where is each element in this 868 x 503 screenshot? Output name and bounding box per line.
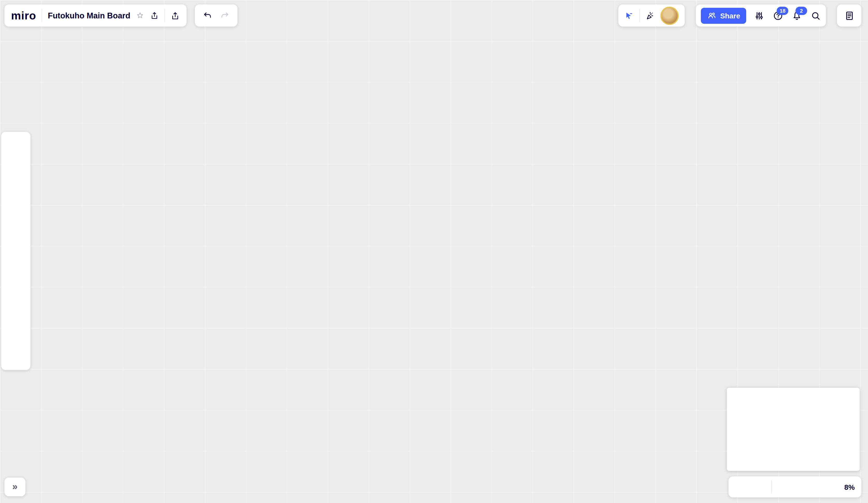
divider: [771, 480, 772, 493]
undo-icon[interactable]: [203, 11, 213, 20]
sliders-icon[interactable]: [754, 10, 765, 21]
history-card: [195, 4, 238, 27]
expand-panel-button[interactable]: »: [4, 477, 25, 496]
confetti-icon[interactable]: [645, 11, 655, 20]
zoom-controls: 8%: [728, 476, 861, 497]
minimap[interactable]: [727, 388, 860, 471]
notes-icon[interactable]: [844, 10, 855, 21]
chevron-right-icon: »: [12, 482, 18, 493]
actions-card: Share 182: [696, 4, 826, 27]
notes-card: [837, 4, 861, 27]
minimap-content: [727, 388, 860, 471]
bell-icon[interactable]: 2: [792, 10, 802, 21]
board-title[interactable]: Futokuho Main Board: [48, 11, 130, 20]
export-icon[interactable]: [150, 11, 159, 20]
avatar[interactable]: [660, 7, 679, 25]
share-people-icon: [707, 11, 717, 20]
search-icon[interactable]: [810, 10, 821, 21]
export-icon[interactable]: [171, 11, 180, 20]
miro-logo[interactable]: miro: [11, 9, 36, 22]
board-header-card: miro Futokuho Main Board: [4, 4, 187, 27]
miro-app-window: miro Futokuho Main Board Share 182 8%: [0, 0, 868, 503]
share-button[interactable]: Share: [701, 8, 746, 23]
help-icon[interactable]: 18: [773, 10, 784, 21]
cursor-follow-icon[interactable]: [624, 11, 634, 20]
divider: [42, 9, 42, 22]
redo-icon[interactable]: [220, 11, 229, 20]
notification-badge: 2: [795, 7, 807, 15]
divider: [640, 9, 640, 22]
notification-badge: 18: [777, 7, 788, 15]
tool-palette: [1, 132, 30, 370]
star-icon[interactable]: [136, 11, 145, 20]
divider: [165, 9, 165, 22]
share-button-label: Share: [720, 11, 740, 20]
presence-card: [618, 4, 684, 27]
zoom-level[interactable]: 8%: [844, 483, 855, 491]
board-canvas[interactable]: miro Futokuho Main Board Share 182 8%: [0, 0, 868, 503]
